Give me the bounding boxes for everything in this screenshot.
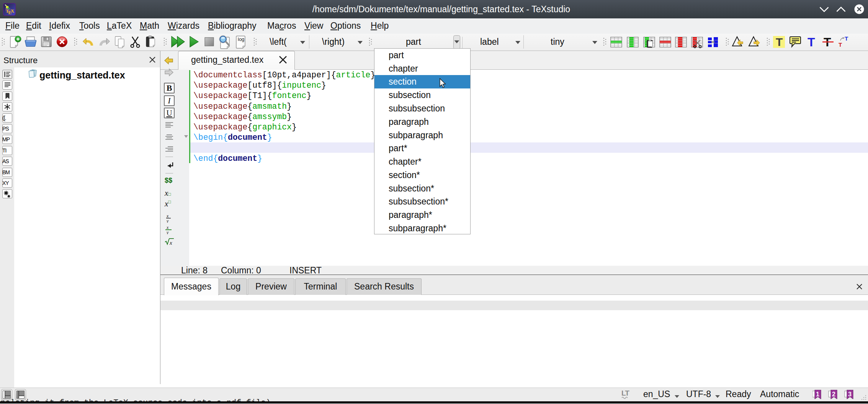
svg-text:x: x bbox=[169, 240, 172, 246]
svg-text:T: T bbox=[808, 35, 815, 49]
svg-text:T: T bbox=[776, 36, 783, 48]
svg-text:LT: LT bbox=[621, 389, 629, 397]
svg-text:tiny: tiny bbox=[551, 37, 564, 47]
svg-text:1: 1 bbox=[816, 391, 819, 397]
svg-text:X: X bbox=[11, 8, 15, 14]
svg-text:\left(: \left( bbox=[270, 37, 287, 47]
svg-text:log: log bbox=[238, 36, 244, 42]
svg-text:\right): \right) bbox=[322, 37, 345, 47]
svg-text:label: label bbox=[480, 37, 499, 47]
svg-text:part: part bbox=[406, 37, 421, 47]
svg-text:y: y bbox=[166, 218, 169, 223]
svg-text:T: T bbox=[839, 41, 842, 48]
svg-text:T: T bbox=[845, 35, 848, 42]
svg-text:y: y bbox=[166, 230, 169, 234]
svg-text:3: 3 bbox=[848, 391, 852, 397]
svg-text:2: 2 bbox=[832, 391, 835, 397]
